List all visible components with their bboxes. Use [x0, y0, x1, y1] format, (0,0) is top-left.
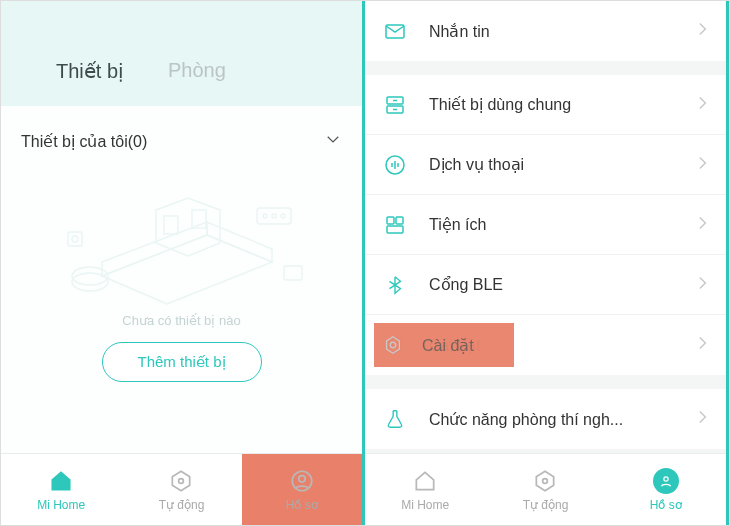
- svg-rect-10: [257, 208, 291, 224]
- envelope-icon: [381, 17, 409, 45]
- home-icon: [47, 467, 75, 495]
- row-widgets-label: Tiện ích: [429, 215, 698, 234]
- svg-marker-2: [207, 222, 272, 262]
- row-widgets[interactable]: Tiện ích: [365, 195, 726, 255]
- row-settings-label: Cài đặt: [422, 336, 474, 355]
- home-header: Thiết bị Phòng: [1, 1, 362, 106]
- flask-icon: [381, 405, 409, 433]
- nav-auto-label: Tự động: [523, 498, 569, 512]
- hexagon-icon: [531, 467, 559, 495]
- svg-rect-29: [396, 217, 403, 224]
- home-tabs: Thiết bị Phòng: [56, 59, 226, 83]
- profile-icon: [652, 467, 680, 495]
- row-lab-label: Chức năng phòng thí ngh...: [429, 410, 698, 429]
- chevron-down-icon: [324, 130, 342, 152]
- drawers-icon: [381, 91, 409, 119]
- svg-rect-4: [164, 216, 178, 234]
- svg-point-36: [543, 479, 548, 484]
- svg-rect-30: [387, 226, 403, 233]
- svg-marker-31: [387, 337, 400, 354]
- svg-marker-1: [102, 222, 207, 276]
- nav-profile[interactable]: Hồ sơ: [606, 454, 726, 525]
- home-icon: [411, 467, 439, 495]
- svg-point-32: [390, 342, 396, 348]
- hexagon-icon: [167, 467, 195, 495]
- nav-home[interactable]: Mi Home: [365, 454, 485, 525]
- svg-marker-3: [156, 198, 220, 256]
- bottom-nav-left: Mi Home Tự động Hồ sơ: [1, 453, 362, 525]
- row-shared-label: Thiết bị dùng chung: [429, 95, 698, 114]
- voice-circle-icon: [381, 151, 409, 179]
- widgets-icon: [381, 211, 409, 239]
- chevron-right-icon: [698, 335, 708, 355]
- row-settings[interactable]: Cài đặt Cài đặt: [365, 315, 726, 375]
- svg-point-18: [299, 476, 306, 483]
- profile-menu-list: Nhắn tin Thiết bị dùng chung Dịch vụ: [365, 1, 726, 453]
- chevron-right-icon: [698, 95, 708, 115]
- bluetooth-icon: [381, 271, 409, 299]
- chevron-right-icon: [698, 21, 708, 41]
- tab-rooms[interactable]: Phòng: [168, 59, 226, 83]
- svg-point-13: [281, 214, 285, 218]
- nav-profile-label: Hồ sơ: [286, 498, 318, 512]
- my-devices-label: Thiết bị của tôi(0): [21, 132, 147, 151]
- nav-auto[interactable]: Tự động: [485, 454, 605, 525]
- screen-profile: Nhắn tin Thiết bị dùng chung Dịch vụ: [365, 1, 729, 525]
- nav-home[interactable]: Mi Home: [1, 454, 121, 525]
- empty-illustration: [15, 164, 348, 319]
- svg-marker-35: [537, 471, 554, 491]
- svg-point-9: [72, 236, 78, 242]
- svg-rect-28: [387, 217, 394, 224]
- svg-marker-15: [173, 471, 190, 491]
- svg-point-37: [664, 477, 668, 481]
- profile-icon: [288, 467, 316, 495]
- svg-point-11: [263, 214, 267, 218]
- svg-rect-14: [284, 266, 302, 280]
- nav-home-label: Mi Home: [401, 498, 449, 512]
- row-lab-features[interactable]: Chức năng phòng thí ngh...: [365, 389, 726, 449]
- bottom-nav-right: Mi Home Tự động Hồ sơ: [365, 453, 726, 525]
- nav-home-label: Mi Home: [37, 498, 85, 512]
- row-ble-gateway[interactable]: Cổng BLE: [365, 255, 726, 315]
- svg-point-12: [272, 214, 276, 218]
- home-body: Thiết bị của tôi(0): [1, 106, 362, 453]
- nav-profile[interactable]: Hồ sơ: [242, 454, 362, 525]
- svg-point-16: [179, 479, 184, 484]
- add-device-button[interactable]: Thêm thiết bị: [102, 342, 262, 382]
- row-message-label: Nhắn tin: [429, 22, 698, 41]
- nav-auto-label: Tự động: [159, 498, 205, 512]
- screen-home: Thiết bị Phòng Thiết bị của tôi(0): [1, 1, 365, 525]
- chevron-right-icon: [698, 215, 708, 235]
- nav-auto[interactable]: Tự động: [121, 454, 241, 525]
- row-ble-label: Cổng BLE: [429, 275, 698, 294]
- chevron-right-icon: [698, 409, 708, 429]
- tab-devices[interactable]: Thiết bị: [56, 59, 124, 83]
- nav-profile-label: Hồ sơ: [650, 498, 682, 512]
- settings-highlight: Cài đặt: [374, 323, 514, 367]
- chevron-right-icon: [698, 155, 708, 175]
- row-message[interactable]: Nhắn tin: [365, 1, 726, 61]
- svg-rect-8: [68, 232, 82, 246]
- row-voice-label: Dịch vụ thoại: [429, 155, 698, 174]
- my-devices-row[interactable]: Thiết bị của tôi(0): [15, 122, 348, 164]
- row-voice-service[interactable]: Dịch vụ thoại: [365, 135, 726, 195]
- chevron-right-icon: [698, 275, 708, 295]
- row-shared-devices[interactable]: Thiết bị dùng chung: [365, 75, 726, 135]
- svg-marker-0: [102, 235, 272, 304]
